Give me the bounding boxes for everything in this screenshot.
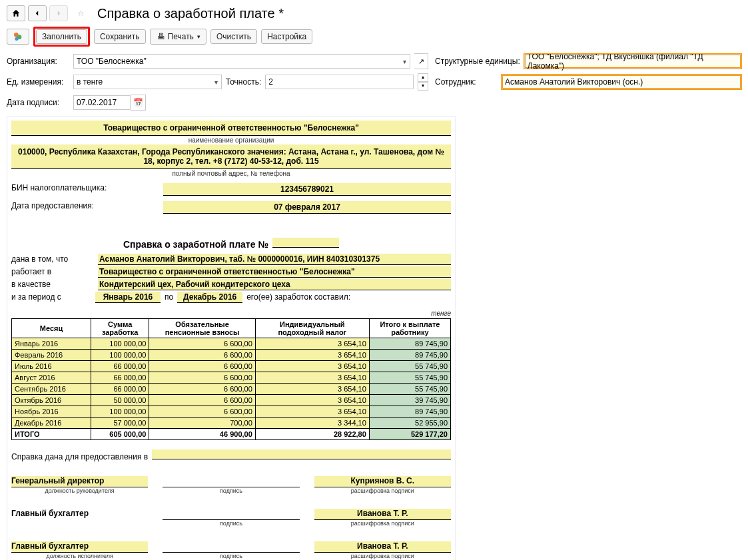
cell-net: 89 745,90 xyxy=(369,338,450,350)
purpose-label: Справка дана для предоставления в xyxy=(11,452,148,461)
signdate-field[interactable]: 07.02.2017 xyxy=(73,95,131,110)
calendar-button[interactable]: 📅 xyxy=(131,95,146,111)
cell-month: Ноябрь 2016 xyxy=(12,406,91,418)
cell-pension: 6 600,00 xyxy=(149,338,255,350)
cell-pension: 46 900,00 xyxy=(149,429,255,440)
cell-tax: 3 654,10 xyxy=(255,372,369,384)
app-icon xyxy=(13,31,23,42)
executor-role: Главный бухгалтер xyxy=(11,541,148,553)
cell-net: 52 955,90 xyxy=(369,418,450,429)
precision-spinner[interactable]: ▴▾ xyxy=(418,73,428,91)
director-role-note: должность руководителя xyxy=(11,487,148,494)
cell-net: 529 177,20 xyxy=(369,429,450,440)
cell-net: 89 745,90 xyxy=(369,406,450,418)
cell-pension: 700,00 xyxy=(149,418,255,429)
cell-tax: 3 654,10 xyxy=(255,406,369,418)
save-button[interactable]: Сохранить xyxy=(94,29,146,44)
acc-decode-note: расшифровка подписи xyxy=(314,520,451,527)
acc-sign-note: подпись xyxy=(163,520,299,527)
fill-button[interactable]: Заполнить xyxy=(36,29,87,44)
given-label: дана в том, что xyxy=(11,254,91,264)
org-field[interactable]: ТОО "Белоснежка" xyxy=(73,54,410,69)
acc-role: Главный бухгалтер xyxy=(11,509,148,519)
executor-name: Иванова Т. Р. xyxy=(314,541,451,553)
precision-field[interactable]: 2 xyxy=(265,75,414,89)
director-decode-note: расшифровка подписи xyxy=(314,487,451,494)
table-row: Декабрь 201657 000,00700,003 344,1052 95… xyxy=(12,418,451,429)
unit-field[interactable]: в тенге xyxy=(73,75,222,89)
arrow-left-icon xyxy=(33,9,42,18)
home-icon xyxy=(11,9,21,18)
executor-decode-note: расшифровка подписи xyxy=(314,553,451,559)
table-row: Февраль 2016100 000,006 600,003 654,1089… xyxy=(12,350,451,361)
cell-tax: 3 654,10 xyxy=(255,338,369,350)
th-earn: Сумма заработка xyxy=(91,319,149,338)
cell-earn: 100 000,00 xyxy=(91,338,149,350)
cell-month: Сентябрь 2016 xyxy=(12,384,91,395)
cell-pension: 6 600,00 xyxy=(149,395,255,406)
cell-pension: 6 600,00 xyxy=(149,361,255,372)
cell-earn: 57 000,00 xyxy=(91,418,149,429)
executor-role-note: должность исполнителя xyxy=(11,553,148,559)
purpose-blank xyxy=(152,449,451,459)
doc-address: 010000, Республика Казахстан, Города Рес… xyxy=(11,144,451,169)
period-to: Декабрь 2016 xyxy=(177,292,242,303)
bin-value: 123456789021 xyxy=(163,183,451,196)
back-button[interactable] xyxy=(28,5,47,21)
table-row: Январь 2016100 000,006 600,003 654,1089 … xyxy=(12,338,451,350)
director-sign-note: подпись xyxy=(163,487,299,494)
cell-pension: 6 600,00 xyxy=(149,372,255,384)
cell-month: Январь 2016 xyxy=(12,338,91,350)
home-button[interactable] xyxy=(7,5,25,21)
cell-net: 55 745,90 xyxy=(369,361,450,372)
director-role: Генеральный директор xyxy=(11,476,148,487)
doc-number-blank xyxy=(272,238,339,248)
org-open-button[interactable]: ↗ xyxy=(414,53,428,69)
cell-tax: 3 654,10 xyxy=(255,361,369,372)
executor-sign-note: подпись xyxy=(163,553,299,559)
logo-button[interactable] xyxy=(7,29,29,45)
table-totals-row: ИТОГО605 000,0046 900,0028 922,80529 177… xyxy=(12,429,451,440)
table-row: Октябрь 201650 000,006 600,003 654,1039 … xyxy=(12,395,451,406)
director-name: Куприянов В. С. xyxy=(314,476,451,487)
bin-label: БИН налогоплательщика: xyxy=(11,183,158,196)
favorite-icon[interactable]: ☆ xyxy=(73,6,88,21)
forward-button xyxy=(49,5,68,21)
cell-net: 55 745,90 xyxy=(369,384,450,395)
cell-pension: 6 600,00 xyxy=(149,406,255,418)
table-row: Август 201666 000,006 600,003 654,1055 7… xyxy=(12,372,451,384)
spin-down-icon[interactable]: ▾ xyxy=(418,82,428,91)
cell-tax: 3 654,10 xyxy=(255,395,369,406)
works-value: Товарищество с ограниченной ответственно… xyxy=(98,266,451,278)
cell-month: Июль 2016 xyxy=(12,361,91,372)
clear-button[interactable]: Очистить xyxy=(210,29,257,44)
employee-field[interactable]: Асманов Анатолий Викторович (осн.) xyxy=(502,75,741,89)
spin-up-icon[interactable]: ▴ xyxy=(418,73,428,82)
cell-earn: 66 000,00 xyxy=(91,372,149,384)
cell-earn: 50 000,00 xyxy=(91,395,149,406)
cell-earn: 66 000,00 xyxy=(91,361,149,372)
period-sep: по xyxy=(165,292,173,302)
settings-button[interactable]: Настройка xyxy=(261,29,312,44)
cell-tax: 3 654,10 xyxy=(255,350,369,361)
cell-tax: 3 654,10 xyxy=(255,384,369,395)
doc-org-note: наименование организации xyxy=(11,136,451,144)
arrow-right-icon xyxy=(54,9,63,18)
units-field[interactable]: ТОО "Белоснежка"; ТД Вкусняшка (филиал "… xyxy=(524,54,741,69)
cell-earn: 100 000,00 xyxy=(91,406,149,418)
printer-icon: 🖶 xyxy=(156,31,167,42)
provision-date-label: Дата предоставления: xyxy=(11,201,158,214)
acc-sign-line xyxy=(163,509,299,520)
print-button[interactable]: 🖶Печать xyxy=(150,29,206,45)
doc-title: Справка о заработной плате № xyxy=(11,238,451,250)
cell-net: 39 745,90 xyxy=(369,395,450,406)
cell-net: 55 745,90 xyxy=(369,372,450,384)
salary-table: Месяц Сумма заработка Обязательные пенси… xyxy=(11,318,451,440)
cell-earn: 66 000,00 xyxy=(91,384,149,395)
cell-tax: 3 344,10 xyxy=(255,418,369,429)
highlight-fill-button: Заполнить xyxy=(33,27,90,47)
cell-tax: 28 922,80 xyxy=(255,429,369,440)
period-tail: его(ее) заработок составил: xyxy=(246,292,350,302)
cell-net: 89 745,90 xyxy=(369,350,450,361)
acc-name: Иванова Т. Р. xyxy=(314,509,451,520)
